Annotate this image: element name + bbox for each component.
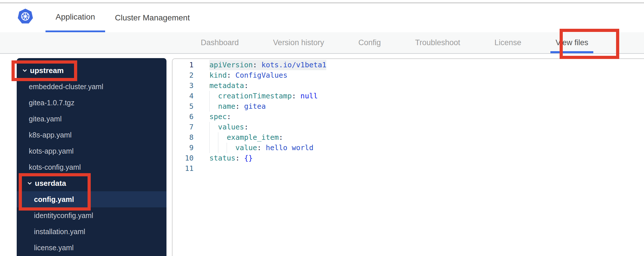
line-number: 3 <box>173 81 199 91</box>
code-line-content: spec: <box>209 112 231 122</box>
code-tokens: status: {} <box>209 153 253 163</box>
code-line-content: value: hello world <box>209 143 313 153</box>
tree-item-label: upstream <box>30 66 64 75</box>
code-line-4: 4creationTimestamp: null <box>173 91 644 101</box>
code-line-9: 9value: hello world <box>173 143 644 153</box>
code-line-5: 5name: gitea <box>173 101 644 112</box>
nav-item-view-files-label: View files <box>556 38 588 47</box>
code-line-6: 6spec: <box>173 112 644 122</box>
code-line-content: example_item: <box>209 132 283 143</box>
code-tokens: spec: <box>209 112 231 122</box>
code-line-2: 2kind: ConfigValues <box>173 70 644 81</box>
line-number: 10 <box>173 153 199 163</box>
indent-guide <box>218 132 227 143</box>
nav-item-troubleshoot-label: Troubleshoot <box>415 38 460 47</box>
file-row-k8s-app-yaml[interactable]: k8s-app.yaml <box>17 127 166 143</box>
file-row-installation-yaml[interactable]: installation.yaml <box>17 223 166 240</box>
tree-item-label: embedded-cluster.yaml <box>29 83 103 91</box>
nav-item-dashboard[interactable]: Dashboard <box>201 32 239 53</box>
nav-items: Dashboard Version history Config Trouble… <box>201 32 588 53</box>
chevron-down-icon <box>27 180 33 186</box>
indent-guide <box>218 143 227 153</box>
line-number: 6 <box>173 112 199 122</box>
tab-cluster-management[interactable]: Cluster Management <box>114 3 191 32</box>
file-row-identityconfig-yaml[interactable]: identityconfig.yaml <box>17 207 166 223</box>
code-tokens: example_item: <box>227 132 283 143</box>
line-number: 4 <box>173 91 199 101</box>
indent-guide <box>209 143 218 153</box>
nav-item-view-files[interactable]: View files <box>556 32 588 53</box>
indent-guide <box>209 132 218 143</box>
app-header: Application Cluster Management <box>0 3 644 32</box>
line-number: 8 <box>173 132 199 143</box>
indent-guide <box>209 122 218 132</box>
kubernetes-logo-icon <box>18 8 33 24</box>
indent-guide <box>227 143 235 153</box>
code-line-7: 7values: <box>173 122 644 132</box>
file-row-config-yaml[interactable]: config.yaml <box>17 191 166 207</box>
code-line-11: 11 <box>173 163 644 174</box>
file-tree-sidebar: upstreamembedded-cluster.yamlgitea-1.0.7… <box>17 58 166 256</box>
line-number: 9 <box>173 143 199 153</box>
tree-item-label: kots-app.yaml <box>29 147 74 155</box>
code-line-content: status: {} <box>209 153 253 163</box>
code-line-8: 8example_item: <box>173 132 644 143</box>
line-number: 5 <box>173 101 199 112</box>
indent-guide <box>209 91 218 101</box>
code-tokens: kind: ConfigValues <box>209 70 287 81</box>
folder-row-userdata[interactable]: userdata <box>17 175 166 191</box>
app-window: { "header": { "tabs": [ { "label": "Appl… <box>0 0 644 256</box>
tree-item-label: gitea.yaml <box>29 115 62 123</box>
nav-item-license[interactable]: License <box>495 32 521 53</box>
code-editor[interactable]: 1apiVersion: kots.io/v1beta12kind: Confi… <box>172 58 644 256</box>
nav-item-config[interactable]: Config <box>358 32 381 53</box>
file-row-license-yaml[interactable]: license.yaml <box>17 240 166 256</box>
nav-item-version-history[interactable]: Version history <box>273 32 324 53</box>
line-number: 7 <box>173 122 199 132</box>
code-tokens: apiVersion: kots.io/v1beta1 <box>209 60 326 70</box>
chevron-down-icon <box>22 68 28 73</box>
code-tokens: creationTimestamp: null <box>218 91 318 101</box>
code-tokens: value: hello world <box>235 143 313 153</box>
tree-item-label: license.yaml <box>34 244 74 252</box>
file-tree: upstreamembedded-cluster.yamlgitea-1.0.7… <box>17 62 166 256</box>
tree-item-label: identityconfig.yaml <box>34 211 93 220</box>
tab-cluster-management-label: Cluster Management <box>115 13 190 22</box>
code-line-content: kind: ConfigValues <box>209 70 287 81</box>
code-line-1: 1apiVersion: kots.io/v1beta1 <box>173 60 644 70</box>
code-line-content: apiVersion: kots.io/v1beta1 <box>209 60 326 70</box>
folder-row-upstream[interactable]: upstream <box>17 62 166 79</box>
app-sub-nav: Dashboard Version history Config Trouble… <box>0 32 644 54</box>
code-tokens: name: gitea <box>218 101 266 112</box>
code-line-content: creationTimestamp: null <box>209 91 318 101</box>
file-row-gitea-1-0-7-tgz[interactable]: gitea-1.0.7.tgz <box>17 95 166 111</box>
tab-application-label: Application <box>56 12 95 22</box>
file-row-kots-config-yaml[interactable]: kots-config.yaml <box>17 159 166 175</box>
code-tokens: metadata: <box>209 81 248 91</box>
file-row-kots-app-yaml[interactable]: kots-app.yaml <box>17 143 166 159</box>
line-number: 1 <box>173 60 199 70</box>
nav-item-troubleshoot[interactable]: Troubleshoot <box>415 32 460 53</box>
nav-item-dashboard-label: Dashboard <box>201 38 239 47</box>
indent-guide <box>209 101 218 112</box>
file-row-gitea-yaml[interactable]: gitea.yaml <box>17 111 166 127</box>
tree-item-label: kots-config.yaml <box>29 163 81 171</box>
tree-item-label: k8s-app.yaml <box>29 131 72 139</box>
code-line-content: name: gitea <box>209 101 266 112</box>
line-number: 2 <box>173 70 199 81</box>
code-line-3: 3metadata: <box>173 81 644 91</box>
tree-item-label: gitea-1.0.7.tgz <box>29 99 74 107</box>
tree-item-label: userdata <box>35 179 66 188</box>
line-number: 11 <box>173 163 199 174</box>
code-line-10: 10status: {} <box>173 153 644 163</box>
tree-item-label: installation.yaml <box>34 228 85 236</box>
nav-item-version-history-label: Version history <box>273 38 324 47</box>
code-lines: 1apiVersion: kots.io/v1beta12kind: Confi… <box>173 60 644 174</box>
tab-application[interactable]: Application <box>46 3 105 32</box>
code-line-content: values: <box>209 122 248 132</box>
nav-item-config-label: Config <box>358 38 381 47</box>
code-tokens: values: <box>218 122 248 132</box>
code-line-content: metadata: <box>209 81 248 91</box>
tree-item-label: config.yaml <box>34 195 74 204</box>
file-row-embedded-cluster-yaml[interactable]: embedded-cluster.yaml <box>17 79 166 95</box>
